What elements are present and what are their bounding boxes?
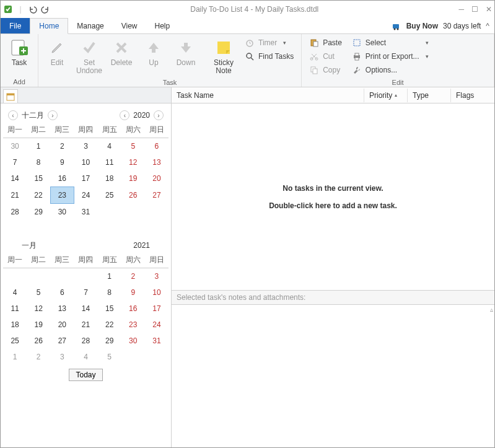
options-button[interactable]: Options... <box>349 64 431 76</box>
menu-help[interactable]: Help <box>146 18 179 33</box>
calendar-day[interactable]: 11 <box>3 301 27 317</box>
calendar-day[interactable]: 27 <box>145 187 169 204</box>
col-priority[interactable]: Priority▴ <box>364 89 408 102</box>
calendar-day[interactable]: 5 <box>121 138 145 155</box>
calendar-day[interactable]: 9 <box>121 284 145 301</box>
calendar-day[interactable]: 22 <box>98 317 121 333</box>
sticky-note-button[interactable]: Sticky Note <box>208 35 240 77</box>
calendar-day[interactable]: 30 <box>121 333 145 349</box>
calendar-day[interactable]: 25 <box>98 187 121 204</box>
set-undone-button[interactable]: Set Undone <box>73 35 105 77</box>
menu-manage[interactable]: Manage <box>68 18 112 33</box>
col-task-name[interactable]: Task Name <box>172 89 364 102</box>
col-type[interactable]: Type <box>408 89 451 102</box>
calendar-day[interactable]: 14 <box>74 301 97 317</box>
calendar-day[interactable]: 24 <box>74 187 97 204</box>
find-tasks-button[interactable]: Find Tasks <box>242 50 296 63</box>
calendar-day[interactable]: 12 <box>121 154 145 170</box>
calendar-day[interactable]: 31 <box>145 333 169 349</box>
calendar-day[interactable]: 25 <box>3 333 27 349</box>
calendar-day[interactable]: 18 <box>98 170 121 187</box>
calendar-day[interactable]: 8 <box>98 284 121 301</box>
calendar-day[interactable]: 30 <box>50 204 74 221</box>
calendar-day[interactable]: 10 <box>145 284 169 301</box>
calendar-day[interactable]: 13 <box>50 301 74 317</box>
select-button[interactable]: Select ▾ <box>349 37 431 49</box>
next-month-button[interactable]: › <box>48 110 58 120</box>
today-button[interactable]: Today <box>69 369 102 381</box>
calendar-day[interactable]: 19 <box>27 317 50 333</box>
task-list-area[interactable]: No tasks in the current view. Double-cli… <box>172 103 494 290</box>
calendar-day[interactable]: 5 <box>98 349 121 365</box>
calendar-day[interactable]: 17 <box>74 170 97 187</box>
redo-icon[interactable] <box>40 4 50 14</box>
calendar-day[interactable]: 15 <box>27 170 50 187</box>
calendar-day[interactable]: 15 <box>98 301 121 317</box>
calendar-day[interactable]: 7 <box>3 154 27 170</box>
calendar-day[interactable]: 2 <box>50 138 74 155</box>
calendar-day[interactable]: 6 <box>145 138 169 155</box>
buy-now-link[interactable]: Buy Now <box>406 22 438 30</box>
calendar-day[interactable]: 9 <box>50 154 74 170</box>
edit-task-button[interactable]: Edit <box>41 35 73 69</box>
calendar-day[interactable]: 4 <box>98 138 121 155</box>
undo-icon[interactable] <box>28 4 38 14</box>
calendar-day[interactable]: 24 <box>145 317 169 333</box>
calendar-day[interactable]: 28 <box>3 204 27 221</box>
timer-button[interactable]: Timer ▾ <box>242 37 296 49</box>
calendar-day[interactable]: 5 <box>27 284 50 301</box>
calendar-day[interactable]: 27 <box>50 333 74 349</box>
calendar-day[interactable]: 11 <box>98 154 121 170</box>
minimize-icon[interactable]: ─ <box>458 5 464 14</box>
calendar-day[interactable]: 1 <box>27 138 50 155</box>
calendar-day[interactable]: 10 <box>74 154 97 170</box>
copy-button[interactable]: Copy <box>307 64 344 76</box>
new-task-button[interactable]: Task <box>3 35 35 69</box>
calendar-day[interactable]: 31 <box>74 204 97 221</box>
calendar-day[interactable]: 1 <box>98 268 121 285</box>
calendar-day[interactable]: 19 <box>121 170 145 187</box>
calendar-day[interactable]: 8 <box>27 154 50 170</box>
prev-year-button[interactable]: ‹ <box>120 110 129 120</box>
calendar-day[interactable]: 3 <box>50 349 74 365</box>
collapse-ribbon-icon[interactable]: ^ <box>486 22 489 30</box>
calendar-day[interactable]: 3 <box>74 138 97 155</box>
menu-home[interactable]: Home <box>30 18 68 34</box>
prev-month-button[interactable]: ‹ <box>8 110 18 120</box>
calendar-day[interactable]: 29 <box>98 333 121 349</box>
cut-button[interactable]: Cut <box>307 50 344 63</box>
calendar-day[interactable]: 4 <box>3 284 27 301</box>
calendar-day[interactable]: 12 <box>27 301 50 317</box>
calendar-tab[interactable] <box>3 89 18 103</box>
menu-view[interactable]: View <box>113 18 146 33</box>
calendar-day[interactable]: 1 <box>3 349 27 365</box>
calendar-day[interactable]: 14 <box>3 170 27 187</box>
calendar-day[interactable]: 2 <box>121 268 145 285</box>
calendar-day[interactable]: 23 <box>121 317 145 333</box>
calendar-day[interactable]: 22 <box>27 187 50 204</box>
calendar-day[interactable]: 3 <box>145 268 169 285</box>
calendar-day[interactable]: 29 <box>27 204 50 221</box>
move-up-button[interactable]: Up <box>138 35 170 69</box>
close-icon[interactable]: ✕ <box>486 5 492 14</box>
calendar-day[interactable]: 30 <box>3 138 27 155</box>
calendar-day[interactable]: 21 <box>74 317 97 333</box>
calendar-day[interactable]: 16 <box>50 170 74 187</box>
paste-button[interactable]: Paste <box>307 37 344 49</box>
print-export-button[interactable]: Print or Export... ▾ <box>349 50 431 63</box>
calendar-day[interactable]: 23 <box>50 187 74 204</box>
calendar-day[interactable]: 21 <box>3 187 27 204</box>
menu-file[interactable]: File <box>1 18 30 33</box>
calendar-day[interactable]: 13 <box>145 154 169 170</box>
move-down-button[interactable]: Down <box>170 35 202 69</box>
calendar-day[interactable]: 17 <box>145 301 169 317</box>
calendar-day[interactable]: 20 <box>50 317 74 333</box>
calendar-day[interactable]: 26 <box>27 333 50 349</box>
delete-task-button[interactable]: Delete <box>105 35 138 69</box>
calendar-day[interactable]: 28 <box>74 333 97 349</box>
calendar-day[interactable]: 26 <box>121 187 145 204</box>
notes-area[interactable]: ▵ <box>172 305 494 447</box>
col-flags[interactable]: Flags <box>451 89 494 102</box>
calendar-day[interactable]: 7 <box>74 284 97 301</box>
calendar-day[interactable]: 18 <box>3 317 27 333</box>
